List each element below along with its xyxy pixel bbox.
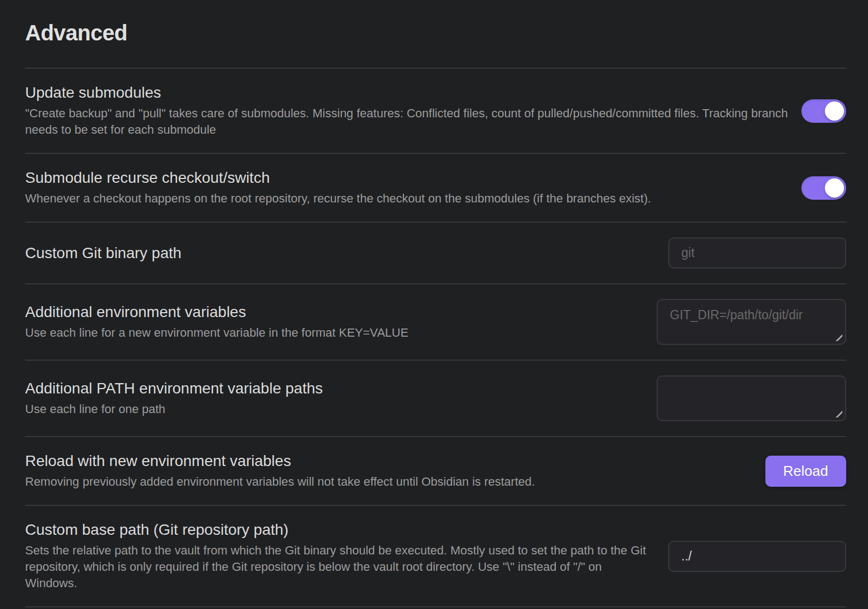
submodule-recurse-checkout-switch-toggle[interactable] [801, 176, 846, 200]
setting-name: Additional PATH environment variable pat… [25, 379, 644, 398]
setting-description: Sets the relative path to the vault from… [25, 542, 655, 592]
toggle-knob [825, 178, 844, 198]
setting-name: Custom base path (Git repository path) [25, 521, 655, 539]
setting-item: Reload with new environment variables Re… [25, 437, 846, 506]
setting-item: Custom Git binary path [25, 223, 846, 284]
setting-control [801, 176, 846, 200]
setting-description: Removing previously added environment va… [25, 474, 752, 490]
textarea-wrap [657, 299, 846, 345]
setting-name: Additional environment variables [25, 303, 644, 321]
setting-item: Update submodules "Create backup" and "p… [25, 69, 846, 154]
setting-description: Use each line for one path [25, 401, 644, 417]
settings-pane: Advanced Update submodules "Create backu… [0, 20, 868, 607]
custom-git-binary-path-input[interactable] [668, 237, 846, 268]
setting-info: Reload with new environment variables Re… [25, 452, 752, 490]
toggle-knob [825, 101, 844, 121]
setting-name: Submodule recurse checkout/switch [25, 169, 788, 187]
textarea-wrap [657, 375, 846, 421]
setting-name: Update submodules [25, 83, 788, 102]
setting-item: Custom base path (Git repository path) S… [25, 506, 846, 607]
page-title: Advanced [25, 20, 846, 46]
setting-item: Additional PATH environment variable pat… [25, 361, 846, 437]
setting-control [668, 541, 846, 572]
setting-info: Submodule recurse checkout/switch Whenev… [25, 169, 788, 207]
setting-control: Reload [765, 456, 846, 487]
setting-description: "Create backup" and "pull" takes care of… [25, 105, 788, 138]
setting-info: Additional environment variables Use eac… [25, 303, 644, 341]
setting-control [668, 237, 846, 268]
setting-name: Custom Git binary path [25, 244, 655, 262]
additional-environment-variables-textarea[interactable] [657, 299, 846, 345]
additional-path-environment-variable-paths-textarea[interactable] [657, 375, 846, 421]
update-submodules-toggle[interactable] [801, 99, 846, 123]
page-heading: Advanced [25, 20, 846, 69]
setting-item: Additional environment variables Use eac… [25, 284, 846, 361]
setting-control [657, 299, 846, 345]
setting-info: Custom Git binary path [25, 244, 655, 262]
setting-info: Update submodules "Create backup" and "p… [25, 83, 788, 138]
setting-info: Custom base path (Git repository path) S… [25, 521, 655, 592]
custom-base-path-git-repository-path-input[interactable] [668, 541, 846, 572]
setting-control [801, 99, 846, 123]
settings-list: Update submodules "Create backup" and "p… [25, 69, 846, 607]
setting-item: Submodule recurse checkout/switch Whenev… [25, 154, 846, 223]
setting-description: Use each line for a new environment vari… [25, 325, 644, 341]
setting-control [657, 375, 846, 421]
setting-description: Whenever a checkout happens on the root … [25, 190, 788, 207]
reload-button[interactable]: Reload [765, 456, 846, 487]
setting-name: Reload with new environment variables [25, 452, 752, 470]
setting-info: Additional PATH environment variable pat… [25, 379, 644, 417]
